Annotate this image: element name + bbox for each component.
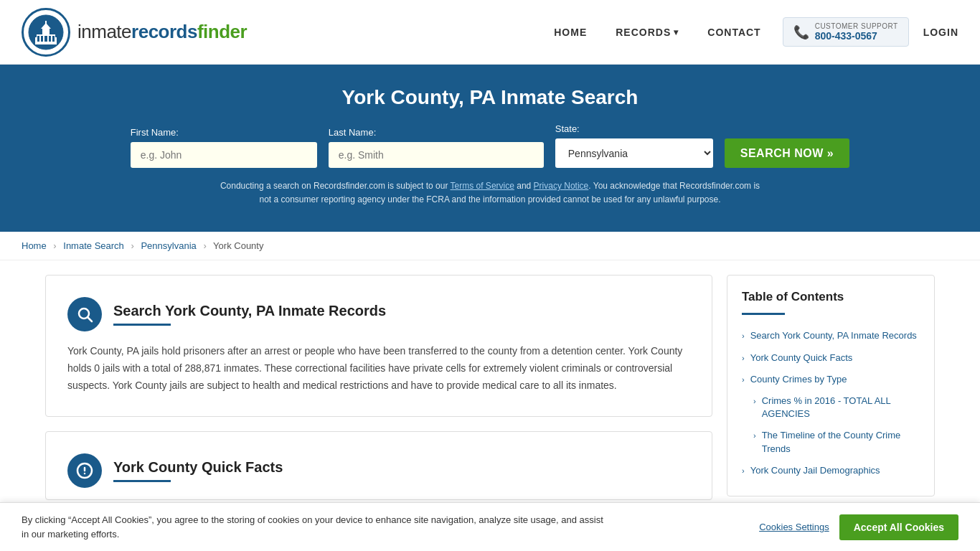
quick-facts-card: York County Quick Facts: [45, 431, 712, 500]
quick-facts-header: York County Quick Facts: [67, 453, 690, 488]
toc-item-label: Crimes % in 2016 - TOTAL ALL AGENCIES: [762, 395, 920, 420]
state-select[interactable]: Pennsylvania Alabama Alaska Arizona Arka…: [555, 138, 713, 168]
logo-area: inmaterecordsfinder: [22, 8, 247, 57]
last-name-label: Last Name:: [329, 127, 376, 138]
privacy-link[interactable]: Privacy Notice: [534, 181, 589, 191]
cookie-banner: By clicking “Accept All Cookies”, you ag…: [0, 502, 980, 529]
toc-item-label: The Timeline of the County Crime Trends: [762, 429, 920, 455]
support-label: CUSTOMER SUPPORT: [815, 22, 898, 30]
svg-rect-3: [42, 29, 50, 35]
svg-rect-9: [49, 36, 51, 42]
section-body: York County, PA jails hold prisoners aft…: [67, 343, 690, 394]
first-name-group: First Name:: [131, 127, 317, 168]
toc-chevron-icon: ›: [742, 331, 745, 342]
accept-all-cookies-button[interactable]: Accept All Cookies: [839, 514, 958, 529]
breadcrumb-home[interactable]: Home: [22, 240, 47, 251]
customer-support[interactable]: 📞 CUSTOMER SUPPORT 800-433-0567: [783, 17, 909, 47]
first-name-input[interactable]: [131, 142, 317, 168]
last-name-group: Last Name:: [329, 127, 544, 168]
quick-facts-underline: [113, 480, 171, 482]
content-area: Search York County, PA Inmate Records Yo…: [45, 275, 712, 514]
quick-facts-title-wrap: York County Quick Facts: [113, 459, 283, 482]
hero-title: York County, PA Inmate Search: [29, 86, 951, 109]
cookie-actions: Cookies Settings Accept All Cookies: [759, 514, 958, 529]
last-name-input[interactable]: [329, 142, 544, 168]
toc-chevron-icon: ›: [753, 396, 756, 407]
search-form: First Name: Last Name: State: Pennsylvan…: [29, 123, 951, 168]
toc-item[interactable]: ›County Crimes by Type: [742, 369, 920, 390]
sidebar: Table of Contents ›Search York County, P…: [727, 275, 935, 514]
cookie-text: By clicking “Accept All Cookies”, you ag…: [22, 513, 610, 529]
toc-chevron-icon: ›: [742, 466, 745, 476]
toc-divider: [742, 313, 785, 315]
toc-item[interactable]: ›The Timeline of the County Crime Trends: [742, 425, 920, 459]
svg-line-12: [88, 318, 93, 322]
breadcrumb-county: York County: [213, 240, 263, 251]
hero-disclaimer: Conducting a search on Recordsfinder.com…: [217, 179, 763, 207]
toc-item-label: York County Jail Demographics: [750, 464, 880, 477]
nav-contact[interactable]: CONTACT: [700, 23, 768, 42]
toc-item[interactable]: ›York County Quick Facts: [742, 347, 920, 369]
search-button[interactable]: SEARCH NOW »: [725, 138, 849, 168]
toc-item[interactable]: ›Search York County, PA Inmate Records: [742, 325, 920, 347]
logo-text: inmaterecordsfinder: [77, 21, 247, 43]
toc-chevron-icon: ›: [753, 430, 756, 441]
breadcrumb-sep-1: ›: [53, 240, 56, 251]
state-label: State:: [555, 123, 580, 134]
toc-item-label: York County Quick Facts: [750, 352, 853, 364]
svg-rect-5: [45, 21, 47, 24]
logo-icon: [22, 8, 70, 57]
search-section-icon: [67, 297, 102, 331]
inmate-records-card: Search York County, PA Inmate Records Yo…: [45, 275, 712, 416]
section-header: Search York County, PA Inmate Records: [67, 297, 690, 331]
toc-item-label: County Crimes by Type: [750, 373, 847, 386]
support-number: 800-433-0567: [815, 30, 898, 42]
support-info: CUSTOMER SUPPORT 800-433-0567: [815, 22, 898, 42]
svg-rect-10: [52, 36, 55, 42]
toc-chevron-icon: ›: [742, 375, 745, 385]
toc-card: Table of Contents ›Search York County, P…: [727, 275, 935, 496]
svg-rect-7: [41, 36, 43, 42]
breadcrumb: Home › Inmate Search › Pennsylvania › Yo…: [0, 232, 980, 260]
section-title-underline: [113, 324, 171, 326]
nav-login[interactable]: LOGIN: [923, 27, 958, 38]
toc-item[interactable]: ›Crimes % in 2016 - TOTAL ALL AGENCIES: [742, 390, 920, 425]
first-name-label: First Name:: [131, 127, 179, 138]
cookies-settings-button[interactable]: Cookies Settings: [759, 522, 829, 529]
svg-rect-6: [37, 36, 39, 42]
state-group: State: Pennsylvania Alabama Alaska Arizo…: [555, 123, 713, 168]
phone-icon: 📞: [793, 24, 809, 40]
quick-facts-title: York County Quick Facts: [113, 459, 283, 476]
quick-facts-icon: [67, 453, 102, 488]
hero-section: York County, PA Inmate Search First Name…: [0, 65, 980, 232]
breadcrumb-inmate-search[interactable]: Inmate Search: [63, 240, 124, 251]
toc-item[interactable]: ›York County Jail Demographics: [742, 460, 920, 481]
nav-records[interactable]: RECORDS: [608, 23, 686, 42]
nav-home[interactable]: HOME: [547, 23, 594, 42]
toc-list: ›Search York County, PA Inmate Records›Y…: [742, 325, 920, 481]
section-title-wrap: Search York County, PA Inmate Records: [113, 303, 386, 326]
toc-chevron-icon: ›: [742, 353, 745, 364]
main-nav: HOME RECORDS CONTACT 📞 CUSTOMER SUPPORT …: [547, 17, 958, 47]
breadcrumb-state[interactable]: Pennsylvania: [141, 240, 196, 251]
toc-item-label: Search York County, PA Inmate Records: [750, 329, 917, 342]
terms-link[interactable]: Terms of Service: [451, 181, 514, 191]
section-title: Search York County, PA Inmate Records: [113, 303, 386, 319]
main-layout: Search York County, PA Inmate Records Yo…: [31, 275, 949, 514]
breadcrumb-sep-2: ›: [131, 240, 133, 251]
breadcrumb-sep-3: ›: [203, 240, 206, 251]
toc-title: Table of Contents: [742, 290, 920, 304]
site-header: inmaterecordsfinder HOME RECORDS CONTACT…: [0, 0, 980, 65]
svg-rect-8: [44, 36, 47, 42]
